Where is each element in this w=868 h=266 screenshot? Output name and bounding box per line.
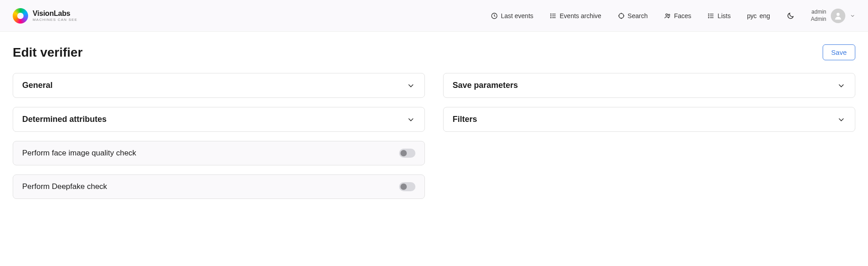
user-menu[interactable]: admin Admin xyxy=(811,9,855,23)
panel-title: Perform Deepfake check xyxy=(22,182,107,191)
panel-face-quality-check: Perform face image quality check xyxy=(13,141,425,165)
panel-general[interactable]: General xyxy=(13,73,425,98)
columns-layout: General Determined attributes Perform fa… xyxy=(13,73,855,199)
main-nav: Last events Events archive Search Faces … xyxy=(491,9,855,23)
svg-point-7 xyxy=(619,13,624,18)
panel-save-parameters[interactable]: Save parameters xyxy=(443,73,855,98)
svg-point-20 xyxy=(837,13,840,16)
nav-label: Last events xyxy=(501,12,533,19)
brand-tagline: MACHINES CAN SEE xyxy=(33,18,78,22)
user-info: admin Admin xyxy=(811,9,826,23)
svg-point-5 xyxy=(551,15,551,16)
chevron-down-icon xyxy=(850,13,855,19)
person-icon xyxy=(834,11,843,20)
svg-point-12 xyxy=(666,14,668,15)
svg-point-6 xyxy=(551,17,551,18)
toggle-deepfake-check[interactable] xyxy=(399,182,415,191)
save-button[interactable]: Save xyxy=(823,44,855,60)
logo-icon xyxy=(13,8,28,24)
list-icon xyxy=(707,12,715,19)
avatar xyxy=(831,9,845,23)
svg-point-18 xyxy=(708,15,709,16)
list-icon xyxy=(550,12,557,19)
chevron-down-icon xyxy=(837,115,846,124)
svg-point-17 xyxy=(708,14,709,14)
nav-label: Events archive xyxy=(560,12,601,19)
nav-faces[interactable]: Faces xyxy=(664,12,691,19)
svg-point-4 xyxy=(551,14,551,14)
clock-icon xyxy=(491,12,498,19)
user-role: Admin xyxy=(811,16,826,23)
nav-label: Search xyxy=(628,12,648,19)
lang-ru[interactable]: рус xyxy=(747,12,756,19)
nav-events-archive[interactable]: Events archive xyxy=(550,12,601,19)
page-title: Edit verifier xyxy=(13,45,83,60)
language-switcher: рус eng xyxy=(747,12,770,19)
left-column: General Determined attributes Perform fa… xyxy=(13,73,425,199)
nav-lists[interactable]: Lists xyxy=(707,12,731,19)
panel-title: Determined attributes xyxy=(22,115,107,124)
panel-title: Filters xyxy=(453,115,477,124)
right-column: Save parameters Filters xyxy=(443,73,855,199)
moon-icon[interactable] xyxy=(786,12,795,20)
page-header: Edit verifier Save xyxy=(13,44,855,60)
brand-logo[interactable]: VisionLabs MACHINES CAN SEE xyxy=(13,8,78,24)
user-name: admin xyxy=(811,9,826,16)
nav-last-events[interactable]: Last events xyxy=(491,12,533,19)
svg-point-19 xyxy=(708,17,709,18)
target-icon xyxy=(618,12,625,19)
toggle-face-quality-check[interactable] xyxy=(399,149,415,158)
panel-deepfake-check: Perform Deepfake check xyxy=(13,174,425,199)
chevron-down-icon xyxy=(406,115,415,124)
logo-text: VisionLabs MACHINES CAN SEE xyxy=(33,10,78,22)
panel-determined-attributes[interactable]: Determined attributes xyxy=(13,107,425,132)
brand-name: VisionLabs xyxy=(33,10,78,18)
main-content: Edit verifier Save General Determined at… xyxy=(0,32,868,212)
people-icon xyxy=(664,12,671,19)
panel-filters[interactable]: Filters xyxy=(443,107,855,132)
lang-en[interactable]: eng xyxy=(760,12,770,19)
panel-title: General xyxy=(22,81,53,90)
app-header: VisionLabs MACHINES CAN SEE Last events … xyxy=(0,0,868,32)
chevron-down-icon xyxy=(406,81,415,90)
nav-search[interactable]: Search xyxy=(618,12,648,19)
chevron-down-icon xyxy=(837,81,846,90)
panel-title: Perform face image quality check xyxy=(22,149,136,158)
svg-point-13 xyxy=(668,14,670,15)
nav-label: Lists xyxy=(717,12,731,19)
panel-title: Save parameters xyxy=(453,81,518,90)
nav-label: Faces xyxy=(674,12,691,19)
